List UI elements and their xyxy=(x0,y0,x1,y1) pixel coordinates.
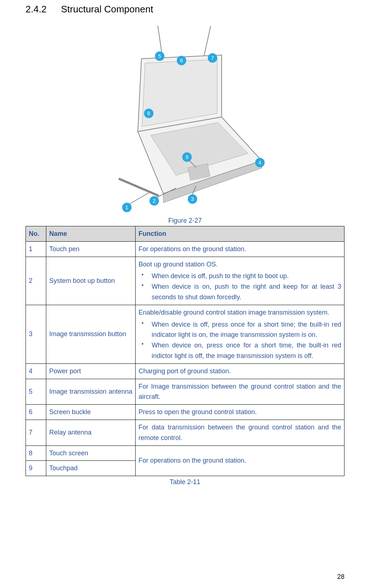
callout-6: 6 xyxy=(177,56,186,65)
col-header-name: Name xyxy=(46,226,136,242)
svg-text:7: 7 xyxy=(211,55,214,61)
col-header-no: No. xyxy=(26,226,46,242)
svg-text:1: 1 xyxy=(125,205,128,210)
cell-function: Enable/disable ground control station im… xyxy=(136,305,344,363)
cell-name: Screen buckle xyxy=(46,405,136,420)
svg-text:2: 2 xyxy=(153,198,156,204)
device-illustration: 1 2 3 4 5 xyxy=(87,22,284,215)
cell-name: System boot up button xyxy=(46,257,136,305)
table-row: 5 Image transmission antenna For Image t… xyxy=(26,379,344,405)
cell-no: 7 xyxy=(26,420,46,445)
cell-no: 2 xyxy=(26,257,46,305)
table-row: 1 Touch pen For operations on the ground… xyxy=(26,241,344,257)
cell-no: 9 xyxy=(26,461,46,476)
svg-text:6: 6 xyxy=(180,58,183,63)
table-row: 7 Relay antenna For data transmission be… xyxy=(26,420,344,445)
func-intro: Boot up ground station OS. xyxy=(139,259,341,270)
callout-5: 5 xyxy=(155,51,164,61)
cell-no: 6 xyxy=(26,405,46,420)
cell-name: Touchpad xyxy=(46,461,136,476)
cell-name: Image transmission button xyxy=(46,305,136,363)
cell-no: 3 xyxy=(26,305,46,363)
cell-function: For data transmission between the ground… xyxy=(136,420,344,445)
cell-function: Press to open the ground control station… xyxy=(136,405,344,420)
section-number: 2.4.2 xyxy=(26,4,58,15)
list-item: When device on, press once for a short t… xyxy=(152,340,341,361)
func-list: When device is off, push to the right to… xyxy=(139,271,341,302)
figure-caption: Figure 2-27 xyxy=(26,217,344,225)
func-intro: Enable/disable ground control station im… xyxy=(139,307,341,318)
cell-no: 8 xyxy=(26,445,46,461)
svg-text:4: 4 xyxy=(258,160,261,166)
cell-no: 1 xyxy=(26,241,46,257)
page: 2.4.2 Structural Component xyxy=(0,4,370,588)
section-title: Structural Component xyxy=(61,4,153,15)
callout-8: 8 xyxy=(144,109,153,118)
table-caption: Table 2-11 xyxy=(26,478,344,486)
cell-function: Boot up ground station OS. When device i… xyxy=(136,257,344,305)
table-row: 2 System boot up button Boot up ground s… xyxy=(26,257,344,305)
cell-no: 4 xyxy=(26,363,46,379)
component-table: No. Name Function 1 Touch pen For operat… xyxy=(26,226,344,476)
figure: 1 2 3 4 5 xyxy=(26,22,344,225)
cell-function: For operations on the ground station. xyxy=(136,241,344,257)
list-item: When device is on, push to the right and… xyxy=(152,281,341,303)
section-heading: 2.4.2 Structural Component xyxy=(26,4,344,15)
svg-text:5: 5 xyxy=(158,53,161,59)
cell-function: Charging port of ground station. xyxy=(136,363,344,379)
svg-line-2 xyxy=(130,193,149,204)
callout-7: 7 xyxy=(208,53,217,63)
svg-text:9: 9 xyxy=(186,154,188,160)
cell-name: Touch screen xyxy=(46,445,136,461)
cell-name: Touch pen xyxy=(46,241,136,257)
svg-text:8: 8 xyxy=(147,110,150,116)
col-header-function: Function xyxy=(136,226,344,242)
callout-1: 1 xyxy=(122,193,149,212)
cell-name: Relay antenna xyxy=(46,420,136,445)
table-row: 8 Touch screen For operations on the gro… xyxy=(26,445,344,461)
list-item: When device is off, press once for a sho… xyxy=(152,319,341,340)
cell-name: Power port xyxy=(46,363,136,379)
cell-function: For Image transmission between the groun… xyxy=(136,379,344,405)
touch-pen-icon xyxy=(120,179,158,195)
cell-function: For operations on the ground station. xyxy=(136,445,344,476)
cell-no: 5 xyxy=(26,379,46,405)
device-svg: 1 2 3 4 5 xyxy=(87,22,284,215)
table-row: 4 Power port Charging port of ground sta… xyxy=(26,363,344,379)
table-row: 6 Screen buckle Press to open the ground… xyxy=(26,405,344,420)
antenna-right-icon xyxy=(203,26,211,59)
svg-text:3: 3 xyxy=(191,196,194,202)
func-list: When device is off, press once for a sho… xyxy=(139,319,341,361)
list-item: When device is off, push to the right to… xyxy=(152,271,341,281)
callout-4: 4 xyxy=(255,158,265,167)
table-header-row: No. Name Function xyxy=(26,226,344,242)
table-row: 3 Image transmission button Enable/disab… xyxy=(26,305,344,363)
page-number: 28 xyxy=(337,573,344,581)
cell-name: Image transmission antenna xyxy=(46,379,136,405)
